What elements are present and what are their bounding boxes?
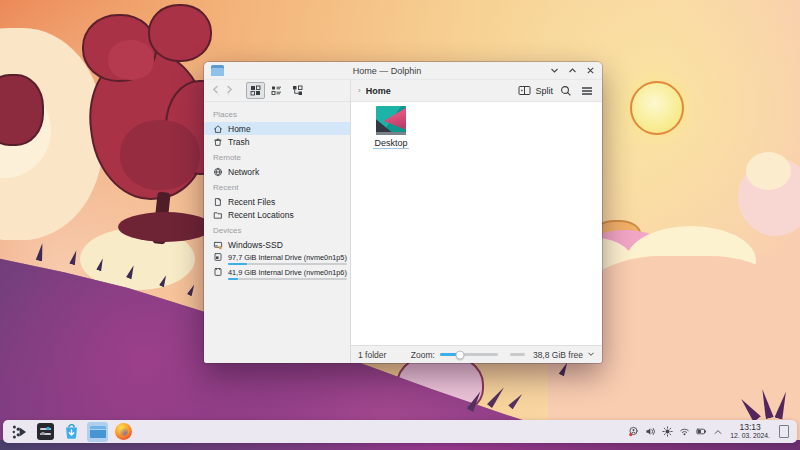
discover-taskbar-button[interactable]	[61, 422, 82, 442]
sidebar-item-97-7-gib-internal-drive-nvme0n1p5[interactable]: 97,7 GiB Internal Drive (nvme0n1p5)	[204, 251, 350, 266]
capacity-bar	[510, 353, 525, 356]
sidebar-section-recent: Recent	[204, 178, 350, 195]
user-status-icon[interactable]	[628, 426, 639, 437]
sidebar-item-recent-files[interactable]: Recent Files	[204, 195, 350, 208]
taskbar-panel: 13:13 12. 03. 2024.	[3, 420, 797, 443]
trash-icon	[213, 137, 223, 147]
hamburger-icon	[581, 86, 593, 96]
back-button[interactable]	[211, 84, 221, 98]
desktop-folder-icon	[376, 106, 406, 135]
sidebar-item-home[interactable]: Home	[204, 122, 350, 135]
window-title: Home — Dolphin	[224, 66, 550, 76]
sidebar-section-remote: Remote	[204, 148, 350, 165]
recent-files-icon	[213, 197, 223, 207]
sidebar-item-network[interactable]: Network	[204, 165, 350, 178]
dolphin-taskbar-button[interactable]	[87, 422, 108, 442]
sidebar-item-recent-locations[interactable]: Recent Locations	[204, 208, 350, 221]
system-tray	[628, 426, 723, 437]
details-view-button[interactable]	[267, 82, 286, 99]
show-desktop-button[interactable]	[779, 425, 789, 438]
free-space: 38,8 GiB free	[533, 350, 583, 360]
clock-date: 12. 03. 2024.	[730, 432, 770, 440]
brightness-icon[interactable]	[662, 426, 673, 437]
search-icon	[560, 85, 572, 97]
system-settings-taskbar-button[interactable]	[35, 422, 56, 442]
digital-clock[interactable]: 13:13 12. 03. 2024.	[730, 423, 770, 441]
breadcrumb[interactable]: Home	[366, 86, 391, 96]
home-icon	[213, 124, 223, 134]
expand-tray-icon[interactable]	[713, 427, 723, 437]
zoom-label: Zoom:	[411, 350, 435, 360]
sidebar-section-places: Places	[204, 105, 350, 122]
firefox-icon	[115, 423, 132, 440]
statusbar: 1 folder Zoom: 38,8 GiB free	[351, 345, 602, 363]
firefox-taskbar-button[interactable]	[113, 422, 134, 442]
folder-view[interactable]: Desktop	[351, 102, 602, 345]
places-panel: PlacesHomeTrashRemoteNetworkRecentRecent…	[204, 102, 351, 363]
battery-icon[interactable]	[696, 426, 707, 437]
discover-icon	[63, 423, 80, 440]
item-count: 1 folder	[358, 350, 386, 360]
windows-drive-icon	[213, 240, 223, 250]
forward-button[interactable]	[224, 84, 234, 98]
cloud-right-edge	[738, 158, 800, 236]
sidebar-item-windows-ssd[interactable]: Windows-SSD	[204, 238, 350, 251]
maximize-button[interactable]	[568, 66, 577, 75]
titlebar[interactable]: Home — Dolphin	[204, 62, 602, 80]
free-space-dropdown[interactable]	[587, 350, 595, 360]
sun	[630, 81, 684, 135]
dolphin-window: Home — Dolphin › Home	[204, 62, 602, 363]
minimize-button[interactable]	[550, 66, 559, 75]
dolphin-folder-icon	[211, 65, 224, 76]
volume-icon[interactable]	[645, 426, 656, 437]
application-launcher-icon	[11, 423, 29, 441]
close-button[interactable]	[586, 66, 595, 75]
sidebar-section-devices: Devices	[204, 221, 350, 238]
sidebar-item-trash[interactable]: Trash	[204, 135, 350, 148]
drive-capacity-bar	[228, 278, 347, 280]
split-icon	[518, 85, 531, 96]
task-launchers	[9, 422, 134, 442]
network-icon	[213, 167, 223, 177]
system-settings-icon	[37, 423, 54, 440]
toolbar: › Home Split	[204, 80, 602, 102]
search-button[interactable]	[558, 83, 574, 99]
zoom-slider[interactable]	[440, 353, 498, 356]
file-item-desktop[interactable]: Desktop	[365, 106, 417, 149]
split-button[interactable]: Split	[518, 85, 553, 96]
sidebar-item-41-9-gib-internal-drive-nvme0n1p6[interactable]: 41,9 GiB Internal Drive (nvme0n1p6)	[204, 266, 350, 281]
icons-view-button[interactable]	[246, 82, 265, 99]
file-label: Desktop	[373, 138, 408, 149]
internal-drive-icon	[213, 267, 223, 277]
wifi-icon[interactable]	[679, 426, 690, 437]
clock-time: 13:13	[730, 423, 770, 433]
drive-capacity-bar	[228, 263, 347, 265]
menu-button[interactable]	[579, 83, 595, 99]
breadcrumb-arrow: ›	[358, 86, 361, 95]
zoom-slider-handle[interactable]	[456, 350, 465, 359]
dolphin-icon	[89, 424, 107, 440]
recent-locations-icon	[213, 210, 223, 220]
internal-drive-mounted-icon	[213, 252, 223, 262]
tree-view-button[interactable]	[288, 82, 307, 99]
application-launcher-taskbar-button[interactable]	[9, 422, 30, 442]
